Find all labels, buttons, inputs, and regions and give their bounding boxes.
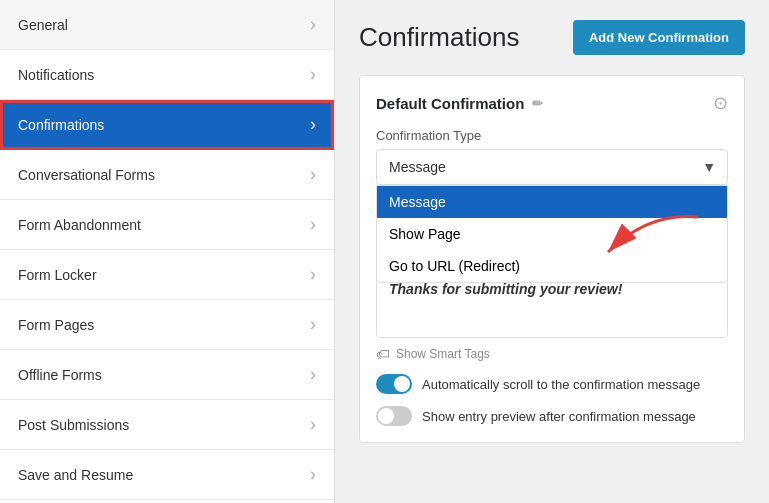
toggle-knob (394, 376, 410, 392)
chevron-right-icon (310, 164, 316, 185)
sidebar-item-confirmations[interactable]: Confirmations (0, 100, 334, 150)
confirmation-type-label: Confirmation Type (376, 128, 728, 143)
sidebar-item-conversational-forms[interactable]: Conversational Forms (0, 150, 334, 200)
editor-content: Thanks for submitting your review! (389, 281, 622, 297)
sidebar-item-post-submissions[interactable]: Post Submissions (0, 400, 334, 450)
sidebar-item-form-abandonment[interactable]: Form Abandonment (0, 200, 334, 250)
smart-tags-label: Show Smart Tags (396, 347, 490, 361)
confirmation-type-select[interactable]: Message Show Page Go to URL (Redirect) (376, 149, 728, 185)
sidebar-item-label: Post Submissions (18, 417, 129, 433)
sidebar-item-label: Confirmations (18, 117, 104, 133)
main-content: Confirmations Add New Confirmation Defau… (335, 0, 769, 503)
chevron-right-icon (310, 264, 316, 285)
chevron-right-icon (310, 414, 316, 435)
confirmation-type-select-wrapper: Message Show Page Go to URL (Redirect) ▼… (376, 149, 728, 185)
chevron-right-icon (310, 114, 316, 135)
sidebar-item-label: Save and Resume (18, 467, 133, 483)
sidebar-item-general[interactable]: General (0, 0, 334, 50)
page-title: Confirmations (359, 22, 519, 53)
add-new-confirmation-button[interactable]: Add New Confirmation (573, 20, 745, 55)
chevron-right-icon (310, 214, 316, 235)
chevron-right-icon (310, 314, 316, 335)
dropdown-menu: Message Show Page Go to URL (Redirect) (376, 185, 728, 283)
sidebar-item-save-and-resume[interactable]: Save and Resume (0, 450, 334, 500)
sidebar-item-label: General (18, 17, 68, 33)
sidebar-item-label: Form Locker (18, 267, 97, 283)
sidebar-item-label: Offline Forms (18, 367, 102, 383)
card-header: Default Confirmation ✏ ⊙ (376, 92, 728, 114)
confirmation-card: Default Confirmation ✏ ⊙ Confirmation Ty… (359, 75, 745, 443)
sidebar-item-label: Notifications (18, 67, 94, 83)
toggle-auto-scroll-row: Automatically scroll to the confirmation… (376, 374, 728, 394)
sidebar-item-form-locker[interactable]: Form Locker (0, 250, 334, 300)
dropdown-option-message[interactable]: Message (377, 186, 727, 218)
sidebar-item-label: Form Pages (18, 317, 94, 333)
chevron-right-icon (310, 464, 316, 485)
smart-tags-row[interactable]: 🏷 Show Smart Tags (376, 346, 728, 362)
main-header: Confirmations Add New Confirmation (359, 20, 745, 55)
sidebar-item-offline-forms[interactable]: Offline Forms (0, 350, 334, 400)
toggle-entry-preview-row: Show entry preview after confirmation me… (376, 406, 728, 426)
sidebar-item-label: Conversational Forms (18, 167, 155, 183)
chevron-right-icon (310, 14, 316, 35)
toggle-auto-scroll-label: Automatically scroll to the confirmation… (422, 377, 700, 392)
toggle-knob-2 (378, 408, 394, 424)
sidebar-item-notifications[interactable]: Notifications (0, 50, 334, 100)
sidebar-item-form-pages[interactable]: Form Pages (0, 300, 334, 350)
tag-icon: 🏷 (376, 346, 390, 362)
chevron-right-icon (310, 64, 316, 85)
toggle-entry-preview[interactable] (376, 406, 412, 426)
sidebar: General Notifications Confirmations Conv… (0, 0, 335, 503)
card-title: Default Confirmation ✏ (376, 95, 543, 112)
edit-icon[interactable]: ✏ (532, 96, 543, 111)
toggle-entry-preview-label: Show entry preview after confirmation me… (422, 409, 696, 424)
chevron-right-icon (310, 364, 316, 385)
toggle-auto-scroll[interactable] (376, 374, 412, 394)
dropdown-option-redirect[interactable]: Go to URL (Redirect) (377, 250, 727, 282)
dropdown-option-show-page[interactable]: Show Page (377, 218, 727, 250)
close-icon[interactable]: ⊙ (713, 92, 728, 114)
sidebar-item-label: Form Abandonment (18, 217, 141, 233)
